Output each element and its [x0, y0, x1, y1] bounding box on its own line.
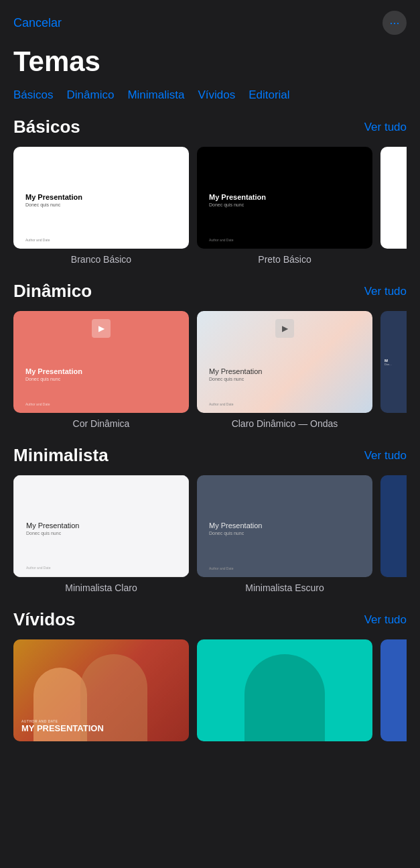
page-title: Temas	[0, 40, 420, 88]
thumbnail-minimalista-escuro: My Presentation Donec quis nunc Author a…	[197, 475, 372, 577]
thumb-sub: Donec quis nunc	[209, 202, 360, 207]
thumb-sub: Donec quis nunc	[26, 531, 176, 536]
theme-label-preto-basico: Preto Básico	[258, 254, 311, 265]
play-icon: ▶	[275, 319, 294, 338]
thumbnail-partial-blue	[380, 475, 407, 577]
thumbnail-cor-dinamica: ▶ My Presentation Donec quis nunc Author…	[13, 311, 189, 413]
section-basicos: Básicos Ver tudo My Presentation Donec q…	[0, 117, 420, 281]
ver-tudo-vividos[interactable]: Ver tudo	[364, 613, 407, 627]
ver-tudo-minimalista[interactable]: Ver tudo	[364, 449, 407, 462]
tab-dinamico[interactable]: Dinâmico	[67, 88, 115, 103]
play-icon: ▶	[92, 319, 111, 338]
section-minimalista: Minimalista Ver tudo My Presentation Don…	[0, 445, 420, 609]
thumb-author: Author and Date	[209, 566, 233, 570]
section-dinamico: Dinâmico Ver tudo ▶ My Presentation Done…	[0, 281, 420, 445]
thumb-title: My Presentation	[26, 521, 176, 530]
section-title-vividos: Vívidos	[13, 609, 75, 630]
section-header-dinamico: Dinâmico Ver tudo	[13, 281, 407, 302]
theme-label-minimalista-escuro: Minimalista Escuro	[245, 582, 324, 593]
thumbnail-partial	[380, 147, 407, 249]
tab-minimalista[interactable]: Minimalista	[127, 88, 184, 103]
section-header-minimalista: Minimalista Ver tudo	[13, 445, 407, 466]
thumb-title: My Presentation	[209, 521, 360, 530]
thumb-sub: Donec quis nunc	[209, 531, 360, 536]
thumbnail-vivido-2	[197, 639, 372, 741]
theme-label-cor-dinamica: Cor Dinâmica	[73, 418, 130, 429]
thumb-author: Author and Date	[209, 402, 233, 406]
thumb-sub: Donec quis nunc	[209, 377, 360, 381]
thumb-author: Author and Date	[25, 402, 50, 406]
tab-editorial[interactable]: Editorial	[249, 88, 289, 103]
theme-card-partial-basico[interactable]	[380, 147, 407, 265]
theme-card-partial-dinamico[interactable]: M Don...	[380, 311, 407, 429]
theme-card-cor-dinamica[interactable]: ▶ My Presentation Donec quis nunc Author…	[13, 311, 189, 429]
thumb-title: My Presentation	[209, 193, 360, 201]
more-button[interactable]: ···	[382, 11, 407, 35]
theme-card-branco-basico[interactable]: My Presentation Donec quis nunc Author a…	[13, 147, 189, 265]
theme-card-vivido-2[interactable]	[197, 639, 372, 747]
section-title-minimalista: Minimalista	[13, 445, 109, 466]
thumbnail-partial-vivido	[380, 639, 407, 741]
theme-label-branco-basico: Branco Básico	[71, 254, 131, 265]
thumb-title: My Presentation	[25, 367, 177, 375]
thumbnail-claro-dinamico: ▶ My Presentation Donec quis nunc Author…	[197, 311, 372, 413]
themes-row-dinamico: ▶ My Presentation Donec quis nunc Author…	[13, 311, 407, 429]
theme-card-preto-basico[interactable]: My Presentation Donec quis nunc Author a…	[197, 147, 372, 265]
theme-card-partial-vivido[interactable]	[380, 639, 407, 747]
tab-vividos[interactable]: Vívidos	[198, 88, 235, 103]
theme-card-minimalista-claro[interactable]: My Presentation Donec quis nunc Author a…	[13, 475, 189, 593]
thumb-title: My Presentation	[209, 367, 360, 375]
themes-row-basicos: My Presentation Donec quis nunc Author a…	[13, 147, 407, 265]
themes-row-minimalista: My Presentation Donec quis nunc Author a…	[13, 475, 407, 593]
theme-label-claro-dinamico: Claro Dinâmico — Ondas	[232, 418, 338, 429]
section-title-basicos: Básicos	[13, 117, 80, 137]
section-vividos: Vívidos Ver tudo AUTHOR AND DATE MY PRES…	[0, 609, 420, 763]
ver-tudo-basicos[interactable]: Ver tudo	[364, 121, 407, 134]
thumbnail-branco-basico: My Presentation Donec quis nunc Author a…	[13, 147, 189, 249]
thumb-title: My Presentation	[25, 193, 177, 201]
theme-card-partial-minimalista[interactable]	[380, 475, 407, 593]
theme-card-minimalista-escuro[interactable]: My Presentation Donec quis nunc Author a…	[197, 475, 372, 593]
theme-label-minimalista-claro: Minimalista Claro	[65, 582, 137, 593]
vivido-title: MY PRESENTATION	[21, 723, 104, 733]
theme-card-vivido-1[interactable]: AUTHOR AND DATE MY PRESENTATION	[13, 639, 189, 747]
thumbnail-preto-basico: My Presentation Donec quis nunc Author a…	[197, 147, 372, 249]
header: Cancelar ···	[0, 0, 420, 40]
thumbnail-partial-dark: M Don...	[380, 311, 407, 413]
thumb-sub: Donec quis nunc	[25, 377, 177, 381]
cancel-button[interactable]: Cancelar	[13, 16, 62, 30]
tab-basicos[interactable]: Básicos	[13, 88, 54, 103]
thumb-sub: Donec quis nunc	[25, 202, 177, 207]
thumbnail-minimalista-claro: My Presentation Donec quis nunc Author a…	[13, 475, 189, 577]
ver-tudo-dinamico[interactable]: Ver tudo	[364, 285, 407, 298]
themes-row-vividos: AUTHOR AND DATE MY PRESENTATION	[13, 639, 407, 747]
section-title-dinamico: Dinâmico	[13, 281, 92, 302]
filter-tabs: Básicos Dinâmico Minimalista Vívidos Edi…	[0, 88, 420, 103]
thumb-author: Author and Date	[25, 238, 50, 242]
thumbnail-vivido-1: AUTHOR AND DATE MY PRESENTATION	[13, 639, 189, 741]
section-header-basicos: Básicos Ver tudo	[13, 117, 407, 137]
theme-card-claro-dinamico[interactable]: ▶ My Presentation Donec quis nunc Author…	[197, 311, 372, 429]
thumb-author: Author and Date	[209, 238, 233, 242]
more-icon: ···	[389, 16, 399, 30]
thumb-author: Author and Date	[26, 566, 50, 570]
section-header-vividos: Vívidos Ver tudo	[13, 609, 407, 630]
